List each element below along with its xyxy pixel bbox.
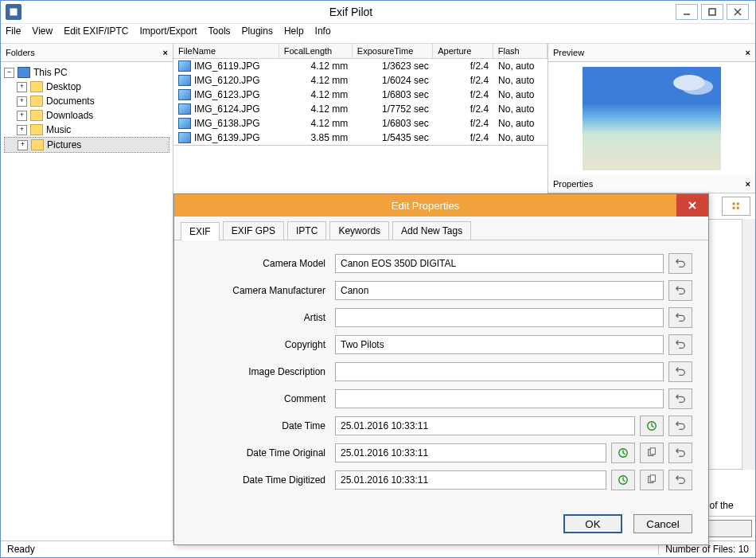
svg-rect-13 — [650, 475, 655, 482]
col-focallength[interactable]: FocalLength — [279, 44, 353, 58]
copy-button[interactable] — [640, 443, 664, 463]
expander-icon[interactable]: + — [17, 82, 27, 92]
undo-button[interactable] — [668, 443, 692, 463]
undo-button[interactable] — [668, 470, 692, 490]
cell-aperture: f/2.4 — [434, 75, 493, 86]
field-input-copyright[interactable] — [335, 335, 664, 354]
cell-flash: No, auto — [493, 103, 548, 115]
menu-file[interactable]: File — [6, 25, 21, 41]
image-icon — [178, 103, 191, 115]
folder-icon — [31, 139, 44, 150]
dialog-close-button[interactable] — [676, 194, 708, 217]
undo-button[interactable] — [668, 280, 692, 301]
close-button[interactable] — [727, 4, 749, 20]
svg-rect-0 — [10, 9, 18, 16]
tree-this-pc[interactable]: − This PC — [4, 65, 170, 80]
menubar: File View Edit EXIF/IPTC Import/Export T… — [1, 24, 755, 44]
undo-button[interactable] — [668, 388, 692, 409]
dialog-title: Edit Properties — [174, 200, 676, 212]
image-icon — [178, 89, 191, 100]
tab-add-new-tags[interactable]: Add New Tags — [392, 221, 471, 240]
copy-button[interactable] — [640, 470, 664, 490]
cell-aperture: f/2.4 — [434, 118, 493, 129]
menu-info[interactable]: Info — [315, 25, 331, 41]
scrollbar[interactable] — [742, 219, 755, 470]
tab-iptc[interactable]: IPTC — [287, 221, 326, 240]
folder-icon — [30, 81, 43, 92]
app-icon — [6, 4, 21, 20]
cell-exposuretime: 1/6803 sec — [353, 118, 433, 129]
tree-item-downloads[interactable]: +Downloads — [4, 108, 170, 123]
preview-close-icon[interactable]: × — [746, 48, 750, 57]
folders-close-icon[interactable]: × — [163, 48, 168, 57]
tab-keywords[interactable]: Keywords — [329, 221, 389, 240]
tree-label: Music — [46, 124, 71, 135]
tree-item-pictures[interactable]: +Pictures — [4, 137, 170, 153]
maximize-button[interactable] — [701, 4, 723, 20]
preview-title: Preview — [553, 48, 584, 57]
properties-close-icon[interactable]: × — [746, 179, 750, 189]
col-exposuretime[interactable]: ExposureTime — [353, 44, 433, 58]
tab-exif[interactable]: EXIF — [181, 222, 220, 240]
expander-icon[interactable]: + — [18, 140, 28, 150]
file-row[interactable]: IMG_6124.JPG4.12 mm1/7752 secf/2.4No, au… — [173, 102, 548, 116]
clock-button[interactable] — [640, 416, 664, 436]
field-input-date_time_digitized[interactable] — [335, 470, 606, 490]
cell-filename: IMG_6119.JPG — [194, 60, 260, 72]
field-input-image_description[interactable] — [335, 362, 664, 381]
window-title: Exif Pilot — [26, 6, 676, 18]
tab-exif-gps[interactable]: EXIF GPS — [223, 221, 284, 240]
undo-button[interactable] — [668, 334, 692, 355]
file-row[interactable]: IMG_6123.JPG4.12 mm1/6803 secf/2.4No, au… — [173, 88, 548, 102]
undo-button[interactable] — [668, 416, 692, 436]
image-icon — [178, 132, 191, 143]
field-label-artist: Artist — [190, 312, 335, 323]
tree-item-music[interactable]: +Music — [4, 123, 170, 137]
folder-icon — [30, 96, 43, 107]
field-input-comment[interactable] — [335, 389, 664, 408]
folder-tree: − This PC +Desktop +Documents +Downloads… — [1, 62, 173, 156]
ok-button[interactable]: OK — [563, 514, 622, 533]
field-input-camera_model[interactable] — [335, 254, 664, 273]
dialog-titlebar: Edit Properties — [174, 194, 708, 217]
field-input-date_time[interactable] — [335, 416, 635, 435]
menu-tools[interactable]: Tools — [208, 25, 231, 41]
undo-button[interactable] — [668, 253, 692, 274]
menu-plugins[interactable]: Plugins — [242, 25, 273, 41]
cancel-button[interactable]: Cancel — [633, 514, 692, 533]
undo-button[interactable] — [668, 307, 692, 328]
col-flash[interactable]: Flash — [493, 44, 548, 58]
clock-button[interactable] — [611, 470, 635, 490]
expander-icon[interactable]: − — [4, 68, 14, 78]
menu-view[interactable]: View — [32, 25, 53, 41]
image-icon — [178, 75, 191, 86]
file-row[interactable]: IMG_6138.JPG4.12 mm1/6803 secf/2.4No, au… — [173, 116, 548, 131]
clock-button[interactable] — [611, 443, 635, 463]
cell-aperture: f/2.4 — [434, 60, 493, 72]
image-icon — [178, 60, 191, 72]
col-aperture[interactable]: Aperture — [433, 44, 493, 58]
tree-item-documents[interactable]: +Documents — [4, 94, 170, 108]
col-filename[interactable]: FileName — [173, 44, 279, 58]
file-row[interactable]: IMG_6119.JPG4.12 mm1/3623 secf/2.4No, au… — [173, 59, 548, 73]
menu-edit-exif-iptc[interactable]: Edit EXIF/IPTC — [64, 25, 128, 41]
field-input-camera_manufacturer[interactable] — [335, 281, 664, 300]
cell-focallength: 4.12 mm — [279, 75, 353, 86]
undo-button[interactable] — [668, 361, 692, 382]
menu-import-export[interactable]: Import/Export — [140, 25, 197, 41]
field-input-date_time_original[interactable] — [335, 443, 606, 462]
expander-icon[interactable]: + — [17, 125, 27, 135]
file-row[interactable]: IMG_6139.JPG3.85 mm1/5435 secf/2.4No, au… — [173, 131, 548, 145]
expander-icon[interactable]: + — [17, 111, 27, 121]
minimize-button[interactable] — [676, 4, 698, 20]
cell-aperture: f/2.4 — [434, 103, 493, 115]
tree-item-desktop[interactable]: +Desktop — [4, 80, 170, 94]
expander-icon[interactable]: + — [17, 96, 27, 107]
field-input-artist[interactable] — [335, 308, 664, 327]
menu-help[interactable]: Help — [284, 25, 304, 41]
cell-exposuretime: 1/6024 sec — [353, 75, 433, 86]
cell-flash: No, auto — [493, 132, 548, 143]
cell-aperture: f/2.4 — [434, 89, 493, 100]
properties-config-icon[interactable] — [722, 197, 750, 216]
file-row[interactable]: IMG_6120.JPG4.12 mm1/6024 secf/2.4No, au… — [173, 73, 548, 88]
